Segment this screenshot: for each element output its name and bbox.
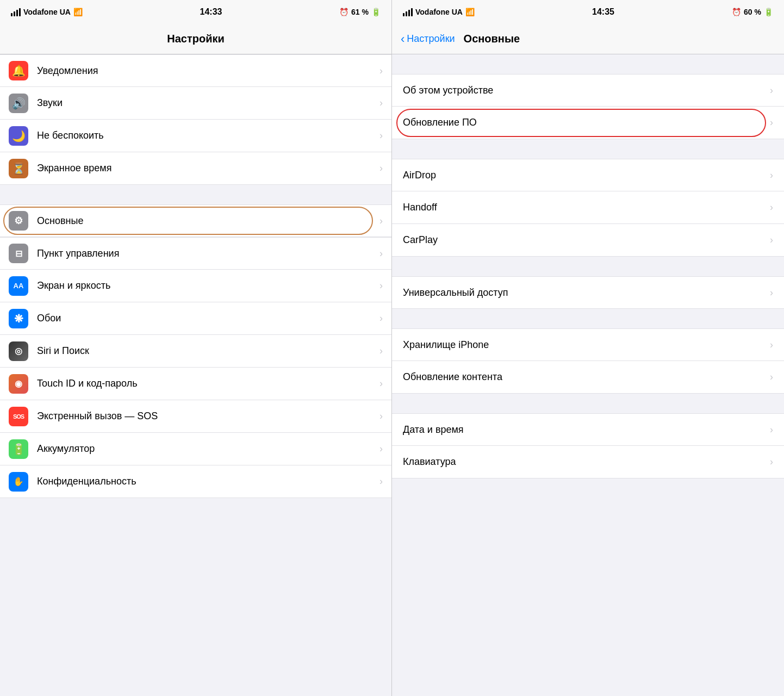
sounds-icon: 🔊: [9, 94, 28, 113]
right-section-1: Об этом устройстве › Обновление ПО ›: [392, 74, 784, 139]
donotdisturb-chevron: ›: [379, 130, 383, 141]
siri-label: Siri и Поиск: [37, 345, 379, 357]
right-divider-1: [392, 139, 784, 159]
settings-item-battery[interactable]: 🔋 Аккумулятор ›: [0, 433, 391, 465]
privacy-label: Конфиденциальность: [37, 476, 379, 487]
accessibility-label: Универсальный доступ: [403, 287, 770, 299]
right-divider-2: [392, 257, 784, 276]
datetime-chevron: ›: [770, 424, 773, 436]
general-label: Основные: [37, 215, 379, 227]
handoff-chevron: ›: [770, 202, 773, 213]
right-divider-3: [392, 309, 784, 328]
right-phone-panel: Vodafone UA 📶 14:35 ⏰ 60 % 🔋 ‹ Настройки…: [392, 0, 784, 696]
left-nav-title: Настройки: [167, 33, 225, 45]
right-item-storage[interactable]: Хранилище iPhone ›: [392, 328, 784, 361]
left-status-left: Vodafone UA 📶: [11, 8, 83, 16]
back-label: Настройки: [407, 33, 455, 45]
back-chevron-icon: ‹: [401, 32, 405, 46]
settings-item-controlcenter[interactable]: ⊟ Пункт управления ›: [0, 237, 391, 270]
right-item-about[interactable]: Об этом устройстве ›: [392, 74, 784, 107]
time-right: 14:35: [592, 7, 614, 17]
right-item-keyboard[interactable]: Клавиатура ›: [392, 446, 784, 478]
screentime-icon: ⏳: [9, 159, 28, 178]
right-section-4: Хранилище iPhone › Обновление контента ›: [392, 328, 784, 394]
background-refresh-chevron: ›: [770, 371, 773, 383]
sos-chevron: ›: [379, 411, 383, 422]
settings-item-donotdisturb[interactable]: 🌙 Не беспокоить ›: [0, 120, 391, 152]
carrier-left: Vodafone UA: [23, 8, 71, 16]
settings-item-general[interactable]: ⚙ Основные ›: [0, 204, 391, 237]
donotdisturb-label: Не беспокоить: [37, 130, 379, 141]
carplay-chevron: ›: [770, 234, 773, 246]
settings-item-screentime[interactable]: ⏳ Экранное время ›: [0, 152, 391, 185]
right-item-airdrop[interactable]: AirDrop ›: [392, 159, 784, 191]
left-section-1: 🔔 Уведомления › 🔊 Звуки › 🌙 Не беспокоит…: [0, 54, 391, 185]
right-item-accessibility[interactable]: Универсальный доступ ›: [392, 276, 784, 309]
right-status-bar: Vodafone UA 📶 14:35 ⏰ 60 % 🔋: [392, 0, 784, 24]
siri-chevron: ›: [379, 345, 383, 357]
donotdisturb-icon: 🌙: [9, 126, 28, 146]
storage-label: Хранилище iPhone: [403, 339, 770, 351]
settings-item-touchid[interactable]: ◉ Touch ID и код-пароль ›: [0, 368, 391, 400]
datetime-label: Дата и время: [403, 424, 770, 436]
right-nav-bar: ‹ Настройки Основные: [392, 24, 784, 54]
battery-icon-left: 🔋: [371, 8, 381, 16]
left-settings-list: 🔔 Уведомления › 🔊 Звуки › 🌙 Не беспокоит…: [0, 54, 391, 696]
right-section-5: Дата и время › Клавиатура ›: [392, 413, 784, 478]
airdrop-label: AirDrop: [403, 170, 770, 181]
right-carrier: Vodafone UA: [415, 8, 463, 16]
notifications-chevron: ›: [379, 65, 383, 77]
carplay-label: CarPlay: [403, 234, 770, 246]
right-nav-title: Основные: [464, 33, 520, 45]
display-label: Экран и яркость: [37, 280, 379, 291]
about-label: Об этом устройстве: [403, 85, 770, 96]
settings-item-display[interactable]: AA Экран и яркость ›: [0, 270, 391, 302]
right-battery-icon: 🔋: [764, 8, 773, 16]
left-section-3: ⊟ Пункт управления › AA Экран и яркость …: [0, 237, 391, 498]
touchid-chevron: ›: [379, 378, 383, 389]
left-section-2: ⚙ Основные ›: [0, 204, 391, 237]
wallpaper-icon: ❋: [9, 309, 28, 328]
left-status-bar: Vodafone UA 📶 14:33 ⏰ 61 % 🔋: [0, 0, 391, 24]
right-item-background-refresh[interactable]: Обновление контента ›: [392, 361, 784, 394]
wallpaper-label: Обои: [37, 313, 379, 324]
general-chevron: ›: [379, 215, 383, 227]
settings-item-siri[interactable]: ◎ Siri и Поиск ›: [0, 335, 391, 368]
battery-label: Аккумулятор: [37, 443, 379, 455]
settings-item-notifications[interactable]: 🔔 Уведомления ›: [0, 54, 391, 87]
signal-icon: [11, 8, 21, 16]
right-item-datetime[interactable]: Дата и время ›: [392, 413, 784, 446]
sos-label: Экстренный вызов — SOS: [37, 411, 379, 422]
right-battery-percent: 60 %: [744, 8, 761, 16]
battery-icon: 🔋: [9, 439, 28, 459]
screentime-chevron: ›: [379, 163, 383, 174]
controlcenter-icon: ⊟: [9, 244, 28, 263]
display-icon: AA: [9, 276, 28, 296]
right-signal-icon: [403, 8, 413, 16]
accessibility-chevron: ›: [770, 287, 773, 299]
left-nav-bar: Настройки: [0, 24, 391, 54]
right-wifi-icon: 📶: [465, 8, 475, 16]
software-update-label: Обновление ПО: [403, 117, 770, 128]
controlcenter-label: Пункт управления: [37, 248, 379, 259]
settings-item-privacy[interactable]: ✋ Конфиденциальность ›: [0, 465, 391, 498]
touchid-icon: ◉: [9, 374, 28, 394]
touchid-label: Touch ID и код-пароль: [37, 378, 379, 389]
right-item-software-update[interactable]: Обновление ПО ›: [392, 107, 784, 139]
controlcenter-chevron: ›: [379, 248, 383, 259]
notifications-label: Уведомления: [37, 65, 379, 77]
settings-item-sounds[interactable]: 🔊 Звуки ›: [0, 87, 391, 120]
wallpaper-chevron: ›: [379, 313, 383, 324]
left-status-right: ⏰ 61 % 🔋: [339, 8, 381, 16]
background-refresh-label: Обновление контента: [403, 371, 770, 383]
right-status-right: ⏰ 60 % 🔋: [732, 8, 773, 16]
keyboard-chevron: ›: [770, 456, 773, 468]
about-chevron: ›: [770, 85, 773, 96]
settings-item-sos[interactable]: SOS Экстренный вызов — SOS ›: [0, 400, 391, 433]
airdrop-chevron: ›: [770, 170, 773, 181]
right-item-carplay[interactable]: CarPlay ›: [392, 224, 784, 257]
settings-item-wallpaper[interactable]: ❋ Обои ›: [0, 302, 391, 335]
right-item-handoff[interactable]: Handoff ›: [392, 191, 784, 224]
siri-icon: ◎: [9, 341, 28, 361]
back-button[interactable]: ‹ Настройки: [401, 32, 455, 46]
